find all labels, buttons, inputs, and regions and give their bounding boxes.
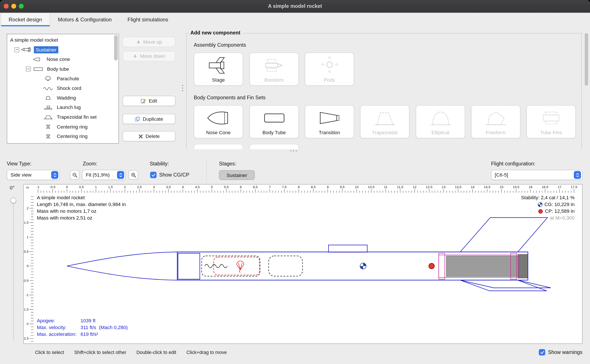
svg-text:16,5: 16,5	[542, 185, 548, 189]
svg-text:10: 10	[355, 185, 359, 189]
partial-card	[249, 144, 299, 149]
boosters-card-label: Boosters	[264, 77, 284, 83]
tree-item-parachute[interactable]: Parachute	[7, 74, 119, 83]
move-down-button: Move down	[123, 51, 175, 61]
tree-item-centering-ring-1[interactable]: Centering ring	[7, 122, 119, 132]
rocket-icon	[20, 47, 32, 52]
freeform-fin-icon	[483, 107, 509, 128]
max-acceleration-value: 619 ft/s²	[80, 331, 127, 338]
flight-configuration-select[interactable]: [C6-5]	[491, 170, 582, 180]
edit-label: Edit	[149, 98, 157, 104]
motor-aft-end	[518, 254, 528, 278]
rocket-design-canvas[interactable]: in -1-0,500,511,522,533,544,555,566,577,…	[23, 184, 583, 344]
show-cgcp-checkbox-row[interactable]: Show CG/CP	[150, 172, 189, 178]
tree-item-launch-lug[interactable]: Launch lug	[7, 103, 119, 112]
zoom-in-button[interactable]	[129, 170, 138, 180]
svg-text:17: 17	[558, 185, 561, 189]
checkbox-checked-icon[interactable]	[539, 349, 545, 356]
duplicate-icon	[135, 116, 140, 122]
view-type-label: View Type:	[7, 161, 32, 167]
shock-cord-icon	[43, 85, 54, 91]
transition-icon	[316, 107, 343, 128]
freeform-card-label: Freeform	[486, 130, 506, 135]
add-transition-card[interactable]: Transition	[305, 105, 354, 138]
tree-root-label: A simple model rocket	[10, 37, 58, 43]
tree-item-wadding[interactable]: Wadding	[7, 93, 119, 103]
ruler-unit-label: in	[27, 186, 29, 189]
add-trapezoidal-card: Trapezoidal	[360, 105, 409, 138]
edit-button[interactable]: Edit	[123, 96, 175, 106]
checkbox-checked-icon[interactable]	[150, 172, 156, 178]
svg-text:-0,5: -0,5	[50, 185, 55, 189]
add-component-title: Add new component	[188, 30, 242, 36]
rotation-angle-value: 0°	[10, 185, 14, 190]
horizontal-splitter-handle[interactable]	[290, 150, 297, 151]
delete-button[interactable]: Delete	[123, 131, 175, 141]
tree-item-centering-ring-2[interactable]: Centering ring	[7, 132, 119, 141]
svg-text:9,5: 9,5	[340, 185, 345, 189]
add-body-tube-card[interactable]: Body Tube	[249, 105, 299, 138]
rotation-slider-track[interactable]	[13, 197, 14, 341]
tree-scrollbar[interactable]	[114, 35, 118, 60]
duplicate-label: Duplicate	[143, 116, 163, 122]
tab-flight-simulations[interactable]: Flight simulations	[120, 13, 176, 26]
max-velocity-value: 311 ft/s (Mach 0,280)	[80, 324, 127, 331]
flight-configuration-label: Flight configuration:	[491, 161, 535, 167]
show-warnings-checkbox-row[interactable]: Show warnings	[539, 349, 583, 356]
main-tabbar: Rocket design Motors & Configuration Fli…	[0, 13, 590, 26]
launch-lug	[329, 245, 367, 252]
add-tube-fins-card: Tube Fins	[526, 105, 576, 138]
svg-text:14,5: 14,5	[484, 185, 490, 189]
body-components-label: Body Components and Fin Sets	[194, 95, 266, 100]
tree-item-sustainer[interactable]: Sustainer	[7, 45, 119, 55]
svg-text:3,5: 3,5	[166, 185, 171, 189]
view-type-select[interactable]: Side view	[7, 170, 60, 180]
tab-rocket-design[interactable]: Rocket design	[1, 13, 50, 26]
tree-item-label: Trapezoidal fin set	[57, 114, 97, 120]
add-stage-card[interactable]: Stage	[194, 52, 243, 86]
openrocket-window: A simple model rocket Rocket design Moto…	[0, 0, 590, 364]
stability-label: Stability:	[150, 161, 169, 167]
tab-motors-configuration[interactable]: Motors & Configuration	[50, 13, 120, 26]
tree-item-partial[interactable]	[7, 141, 119, 143]
tube-fins-icon	[538, 107, 564, 128]
show-cgcp-label: Show CG/CP	[159, 172, 189, 178]
add-nose-cone-card[interactable]: Nose Cone	[194, 105, 243, 138]
svg-text:0: 0	[27, 264, 29, 268]
svg-text:11,5: 11,5	[397, 185, 403, 189]
rotation-slider-thumb[interactable]	[11, 198, 16, 203]
cg-icon	[537, 202, 542, 207]
stage-toggle-sustainer[interactable]: Sustainer	[219, 170, 255, 180]
svg-text:6: 6	[240, 185, 242, 189]
tree-item-trapezoidal-fin-set[interactable]: Trapezoidal fin set	[7, 112, 119, 122]
zoom-out-button[interactable]	[70, 170, 79, 180]
pods-card-label: Pods	[324, 77, 335, 83]
vertical-splitter-handle[interactable]	[182, 85, 183, 91]
duplicate-button[interactable]: Duplicate	[123, 114, 175, 124]
hint-shift-click: Shift+click to select other	[74, 350, 126, 355]
tree-item-body-tube[interactable]: Body tube	[7, 64, 119, 74]
tree-item-nose-cone[interactable]: Nose cone	[7, 55, 119, 64]
tree-item-root[interactable]: A simple model rocket	[7, 35, 119, 45]
hint-click-select: Click to select	[35, 350, 64, 355]
zoom-select[interactable]: Fit (51,9%)	[82, 170, 126, 180]
svg-text:-2: -2	[26, 322, 29, 325]
window-scrollbar[interactable]	[585, 33, 588, 86]
collapse-expander-icon[interactable]	[14, 47, 19, 52]
parachute-icon	[43, 76, 54, 81]
cg-value: CG: 10,229 in	[544, 201, 575, 208]
collapse-expander-icon[interactable]	[26, 66, 31, 71]
stage-card-label: Stage	[212, 77, 225, 83]
svg-text:10,5: 10,5	[368, 185, 375, 189]
svg-text:15: 15	[500, 185, 503, 189]
svg-text:1,5: 1,5	[108, 185, 113, 189]
motor	[446, 256, 519, 277]
zoom-label: Zoom:	[83, 161, 97, 167]
svg-text:8: 8	[298, 185, 300, 189]
boosters-icon	[261, 55, 287, 76]
fin-lower	[460, 280, 547, 291]
tree-item-shock-cord[interactable]: Shock cord	[7, 83, 119, 93]
svg-text:1: 1	[27, 235, 29, 239]
nose-cone-icon	[205, 107, 232, 128]
assembly-components-label: Assembly Components	[194, 42, 246, 48]
